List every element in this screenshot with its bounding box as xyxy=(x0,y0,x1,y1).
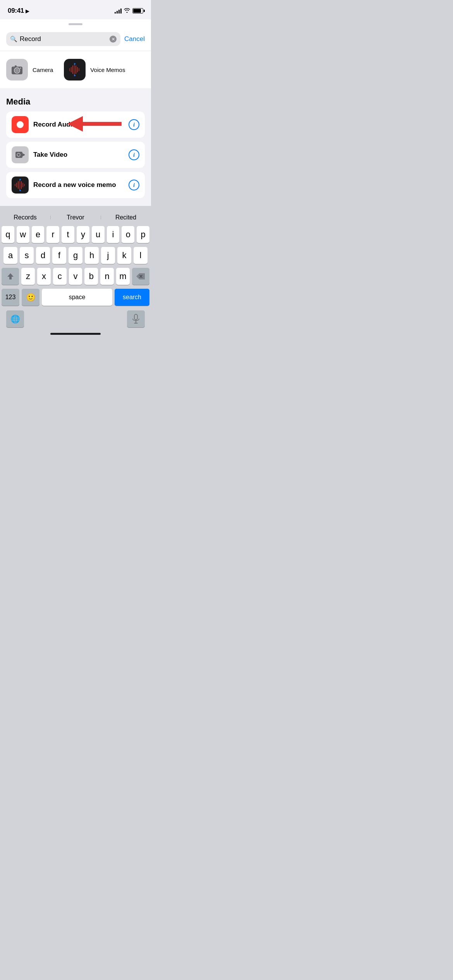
status-icons xyxy=(115,8,143,14)
autocomplete-recited[interactable]: Recited xyxy=(101,214,151,221)
key-r[interactable]: r xyxy=(46,226,59,243)
key-s[interactable]: s xyxy=(20,247,34,264)
autocomplete-records[interactable]: Records xyxy=(0,214,50,221)
voice-memos-app-icon xyxy=(64,59,86,81)
home-indicator xyxy=(0,329,151,337)
svg-rect-6 xyxy=(74,64,75,75)
home-bar xyxy=(50,333,101,335)
svg-rect-7 xyxy=(72,65,73,74)
take-video-label: Take Video xyxy=(33,151,124,159)
media-section-title: Media xyxy=(6,97,145,107)
media-section: Media Record Audio i xyxy=(0,88,151,206)
key-i[interactable]: i xyxy=(107,226,120,243)
svg-marker-17 xyxy=(22,153,25,156)
key-c[interactable]: c xyxy=(53,268,67,285)
search-input-wrapper: 🔍 ✕ xyxy=(6,32,120,46)
svg-rect-10 xyxy=(76,65,76,74)
handle-bar xyxy=(69,23,82,25)
key-e[interactable]: e xyxy=(32,226,45,243)
svg-rect-28 xyxy=(134,314,137,320)
svg-rect-3 xyxy=(15,65,17,67)
keyboard: Records Trevor Recited q w e r t y u i o… xyxy=(0,206,151,337)
svg-rect-24 xyxy=(22,183,23,187)
clear-button[interactable]: ✕ xyxy=(110,36,117,43)
key-t[interactable]: t xyxy=(62,226,74,243)
svg-rect-20 xyxy=(18,181,19,189)
key-l[interactable]: l xyxy=(134,247,148,264)
app-item-voice-memos[interactable]: Voice Memos xyxy=(64,59,125,81)
record-audio-label: Record Audio xyxy=(33,121,124,128)
take-video-info-button[interactable]: i xyxy=(129,149,139,160)
app-item-camera[interactable]: Camera xyxy=(6,59,53,81)
search-input[interactable] xyxy=(20,35,107,43)
key-z[interactable]: z xyxy=(21,268,35,285)
record-audio-item[interactable]: Record Audio i xyxy=(6,111,145,138)
autocomplete-trevor[interactable]: Trevor xyxy=(50,214,101,221)
search-key[interactable]: search xyxy=(115,289,149,306)
svg-point-27 xyxy=(19,190,21,191)
key-row-1: q w e r t y u i o p a s d f g h j k l xyxy=(0,226,151,285)
app-suggestions: Camera Voice Memos xyxy=(0,51,151,88)
key-v[interactable]: v xyxy=(69,268,82,285)
key-m[interactable]: m xyxy=(116,268,130,285)
key-f[interactable]: f xyxy=(52,247,66,264)
svg-rect-25 xyxy=(24,184,25,186)
svg-point-14 xyxy=(74,75,76,76)
key-u[interactable]: u xyxy=(92,226,105,243)
record-voice-memo-item[interactable]: Record a new voice memo i xyxy=(6,172,145,198)
key-x[interactable]: x xyxy=(37,268,51,285)
key-k[interactable]: k xyxy=(117,247,131,264)
camera-app-name: Camera xyxy=(33,67,53,73)
svg-rect-12 xyxy=(79,68,79,71)
bottom-key-row: 123 🙂 space search xyxy=(0,289,151,306)
emoji-key[interactable]: 🙂 xyxy=(22,289,39,306)
svg-point-5 xyxy=(14,67,14,68)
shift-key[interactable] xyxy=(2,268,19,285)
search-area: 🔍 ✕ Cancel xyxy=(0,27,151,51)
take-video-item[interactable]: Take Video i xyxy=(6,142,145,168)
svg-point-26 xyxy=(19,179,21,180)
delete-key[interactable] xyxy=(132,268,149,285)
status-bar: 09:41 ▶ xyxy=(0,0,151,19)
svg-rect-11 xyxy=(77,67,78,72)
record-voice-memo-info-button[interactable]: i xyxy=(129,180,139,190)
key-b[interactable]: b xyxy=(84,268,98,285)
key-y[interactable]: y xyxy=(77,226,89,243)
svg-rect-23 xyxy=(21,181,22,189)
globe-key[interactable]: 🌐 xyxy=(6,310,24,327)
signal-icon xyxy=(115,8,122,14)
mic-key[interactable] xyxy=(127,310,145,327)
take-video-icon xyxy=(12,146,29,163)
svg-rect-21 xyxy=(16,183,17,187)
key-g[interactable]: g xyxy=(69,247,82,264)
svg-rect-9 xyxy=(69,68,70,71)
sheet-handle xyxy=(0,19,151,27)
voice-memos-app-name: Voice Memos xyxy=(90,67,125,73)
key-n[interactable]: n xyxy=(100,268,114,285)
key-a[interactable]: a xyxy=(3,247,17,264)
autocomplete-row: Records Trevor Recited xyxy=(0,209,151,226)
voice-memo-list-icon xyxy=(12,176,29,194)
key-d[interactable]: d xyxy=(36,247,50,264)
cancel-button[interactable]: Cancel xyxy=(124,35,145,43)
svg-rect-16 xyxy=(15,152,22,158)
key-j[interactable]: j xyxy=(101,247,115,264)
svg-point-4 xyxy=(20,68,21,69)
record-voice-memo-label: Record a new voice memo xyxy=(33,181,124,189)
numbers-key[interactable]: 123 xyxy=(2,289,19,306)
key-q[interactable]: q xyxy=(2,226,14,243)
svg-point-13 xyxy=(74,63,76,65)
key-o[interactable]: o xyxy=(122,226,134,243)
wifi-icon xyxy=(124,8,130,14)
svg-rect-19 xyxy=(19,180,20,190)
globe-mic-row: 🌐 xyxy=(0,308,151,329)
svg-point-2 xyxy=(15,69,19,72)
space-key[interactable]: space xyxy=(42,289,112,306)
battery-icon xyxy=(132,8,143,14)
camera-app-icon xyxy=(6,59,28,81)
key-h[interactable]: h xyxy=(85,247,99,264)
status-time: 09:41 xyxy=(8,7,24,15)
record-audio-info-button[interactable]: i xyxy=(129,119,139,130)
key-p[interactable]: p xyxy=(137,226,149,243)
key-w[interactable]: w xyxy=(17,226,29,243)
